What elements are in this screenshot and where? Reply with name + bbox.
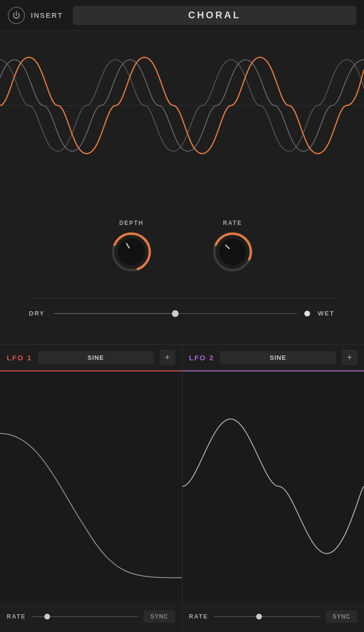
lfo1-rate-slider[interactable] [32, 612, 138, 621]
lfo1-sync-label: SYNC [150, 613, 168, 620]
drywet-separator [29, 298, 335, 298]
depth-label: DEPTH [119, 220, 144, 226]
lfo1-title: LFO 1 [7, 354, 32, 362]
lfo1-header: LFO 1 SINE + [0, 344, 182, 370]
plugin-name: CHORAL [188, 10, 241, 21]
svg-rect-10 [0, 395, 182, 578]
svg-point-8 [219, 238, 246, 265]
controls-area: DEPTH RATE [0, 180, 364, 344]
lfo1-add-icon: + [165, 353, 170, 363]
svg-rect-11 [182, 395, 364, 578]
lfo2-title: LFO 2 [189, 354, 215, 362]
lfo1-footer: RATE SYNC [0, 601, 182, 632]
lfo1-wave-display [0, 371, 182, 601]
lfo2-wave-type-label: SINE [270, 354, 286, 361]
lfo-section: LFO 1 SINE + RATE SYNC [0, 344, 364, 632]
waveform-display [0, 31, 364, 180]
lfo2-wave-type[interactable]: SINE [220, 351, 336, 364]
header: ⏻ INSERT CHORAL [0, 0, 364, 31]
drywet-section: DRY WET [0, 298, 364, 319]
lfo2-slider-thumb[interactable] [256, 614, 262, 619]
waveform-svg [0, 31, 364, 180]
lfo2-add-button[interactable]: + [342, 350, 357, 365]
slider-thumb[interactable] [172, 310, 179, 317]
plugin-name-tab[interactable]: CHORAL [73, 6, 356, 25]
lfo1-sync-button[interactable]: SYNC [143, 610, 175, 623]
drywet-row: DRY WET [29, 308, 335, 319]
wet-label: WET [318, 310, 335, 317]
depth-knob-container: DEPTH [110, 220, 153, 274]
lfo2-rate-slider[interactable] [214, 612, 320, 621]
power-icon: ⏻ [13, 11, 20, 20]
lfo2-header: LFO 2 SINE + [182, 344, 364, 370]
lfo2-panel: LFO 2 SINE + RATE SYNC [182, 344, 364, 632]
lfo1-panel: LFO 1 SINE + RATE SYNC [0, 344, 182, 632]
lfo2-rate-label: RATE [189, 613, 208, 620]
lfo1-slider-thumb[interactable] [44, 614, 50, 619]
lfo1-wave-type-label: SINE [88, 354, 104, 361]
lfo2-sync-button[interactable]: SYNC [326, 610, 357, 623]
lfo2-footer: RATE SYNC [182, 601, 364, 632]
rate-label: RATE [223, 220, 242, 226]
lfo1-add-button[interactable]: + [160, 350, 175, 365]
rate-knob[interactable] [211, 230, 254, 274]
power-button[interactable]: ⏻ [8, 7, 25, 24]
lfo1-rate-label: RATE [7, 613, 26, 620]
lfo2-sync-label: SYNC [333, 613, 351, 620]
lfo2-wave-display [182, 371, 364, 601]
knobs-row: DEPTH RATE [110, 220, 254, 274]
drywet-slider[interactable] [54, 308, 297, 319]
dry-label: DRY [29, 310, 46, 317]
insert-label: INSERT [31, 11, 63, 19]
wet-dot [304, 311, 310, 316]
lfo2-slider-track [214, 616, 320, 617]
svg-point-4 [118, 238, 145, 265]
lfo1-wave-type[interactable]: SINE [38, 351, 154, 364]
depth-knob[interactable] [110, 230, 153, 274]
rate-knob-container: RATE [211, 220, 254, 274]
slider-fill [54, 313, 175, 314]
lfo2-add-icon: + [347, 353, 352, 363]
